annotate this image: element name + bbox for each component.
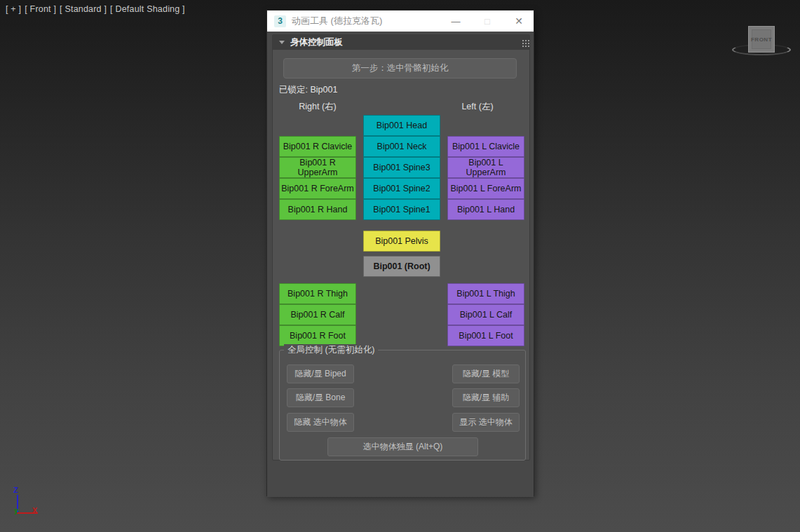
locked-status: 已锁定: Bip001 [279, 84, 337, 96]
global-controls-legend: 全局控制 (无需初始化) [284, 344, 378, 356]
app-icon-glyph: 3 [278, 16, 283, 26]
bone-button-r-calf[interactable]: Bip001 R Calf [279, 304, 356, 325]
bone-button-r-forearm[interactable]: Bip001 R ForeArm [279, 178, 356, 199]
toggle-model-button[interactable]: 隐藏/显 模型 [452, 364, 520, 383]
bone-button-head[interactable]: Bip001 Head [363, 115, 440, 136]
bone-button-spine1[interactable]: Bip001 Spine1 [363, 199, 440, 220]
viewcube-front-face[interactable]: FRONT [752, 29, 771, 49]
bone-button-root[interactable]: Bip001 (Root) [363, 256, 440, 277]
window-title: 动画工具 (德拉克洛瓦) [292, 15, 382, 27]
rollout-grip-icon[interactable] [522, 40, 524, 41]
bone-button-l-hand[interactable]: Bip001 L Hand [447, 199, 524, 220]
maximize-button[interactable]: □ [475, 11, 499, 32]
bone-button-neck[interactable]: Bip001 Neck [363, 136, 440, 157]
viewcube-cube[interactable]: FRONT [748, 26, 775, 53]
3dsmax-app-icon: 3 [274, 15, 286, 27]
toggle-bone-button[interactable]: 隐藏/显 Bone [287, 388, 354, 407]
column-header-left: Left (左) [439, 101, 516, 113]
bone-button-l-thigh[interactable]: Bip001 L Thigh [447, 283, 524, 304]
bone-button-r-clavicle[interactable]: Bip001 R Clavicle [279, 136, 356, 157]
close-button[interactable]: ✕ [507, 11, 531, 32]
toggle-biped-button[interactable]: 隐藏/显 Biped [287, 364, 354, 383]
world-axis-gizmo: Z X y [0, 477, 63, 526]
rollout-title: 身体控制面板 [290, 36, 343, 48]
bone-button-l-foot[interactable]: Bip001 L Foot [447, 325, 524, 346]
global-controls-group: 全局控制 (无需初始化) 隐藏/显 Biped 隐藏/显 模型 隐藏/显 Bon… [279, 350, 526, 461]
hide-selected-button[interactable]: 隐藏 选中物体 [287, 413, 354, 432]
toggle-helper-button[interactable]: 隐藏/显 辅助 [452, 388, 520, 407]
viewport-view-menu[interactable]: [ Front ] [25, 4, 56, 14]
viewport-label: [ + ] [ Front ] [ Standard ] [ Default S… [6, 4, 185, 14]
viewport-plus-menu[interactable]: [ + ] [6, 4, 21, 14]
bone-button-r-hand[interactable]: Bip001 R Hand [279, 199, 356, 220]
column-header-right: Right (右) [279, 101, 356, 113]
init-skeleton-button[interactable]: 第一步：选中骨骼初始化 [283, 58, 517, 79]
bone-button-spine3[interactable]: Bip001 Spine3 [363, 157, 440, 178]
rollout-header[interactable]: 身体控制面板 [273, 35, 529, 50]
viewport-renderer-menu[interactable]: [ Standard ] [60, 4, 107, 14]
body-control-rollout: 身体控制面板 第一步：选中骨骼初始化 已锁定: Bip001 Right (右)… [272, 34, 530, 461]
y-axis-label: y [14, 506, 18, 514]
viewport-shading-menu[interactable]: [ Default Shading ] [110, 4, 185, 14]
minimize-button[interactable]: — [444, 11, 468, 32]
bone-button-l-calf[interactable]: Bip001 L Calf [447, 304, 524, 325]
viewcube[interactable]: FRONT [726, 21, 796, 63]
bone-button-pelvis[interactable]: Bip001 Pelvis [363, 231, 440, 252]
collapse-arrow-icon [279, 41, 285, 44]
bone-button-r-foot[interactable]: Bip001 R Foot [279, 325, 356, 346]
bone-button-l-forearm[interactable]: Bip001 L ForeArm [447, 178, 524, 199]
show-selected-button[interactable]: 显示 选中物体 [452, 413, 520, 432]
x-axis-label: X [32, 506, 37, 514]
bone-button-l-clavicle[interactable]: Bip001 L Clavicle [447, 136, 524, 157]
bone-button-spine2[interactable]: Bip001 Spine2 [363, 178, 440, 199]
bone-button-r-thigh[interactable]: Bip001 R Thigh [279, 283, 356, 304]
animation-tools-window: 3 动画工具 (德拉克洛瓦) — □ ✕ 身体控制面板 第一步：选中骨骼初始化 … [266, 10, 534, 496]
z-axis-label: Z [13, 486, 18, 494]
isolate-selected-button[interactable]: 选中物体独显 (Alt+Q) [327, 437, 478, 456]
bone-button-r-upperarm[interactable]: Bip001 R UpperArm [279, 157, 356, 178]
window-titlebar[interactable]: 3 动画工具 (德拉克洛瓦) — □ ✕ [267, 11, 534, 32]
dialog-body: 身体控制面板 第一步：选中骨骼初始化 已锁定: Bip001 Right (右)… [267, 32, 534, 497]
bone-button-l-upperarm[interactable]: Bip001 L UpperArm [447, 157, 524, 178]
